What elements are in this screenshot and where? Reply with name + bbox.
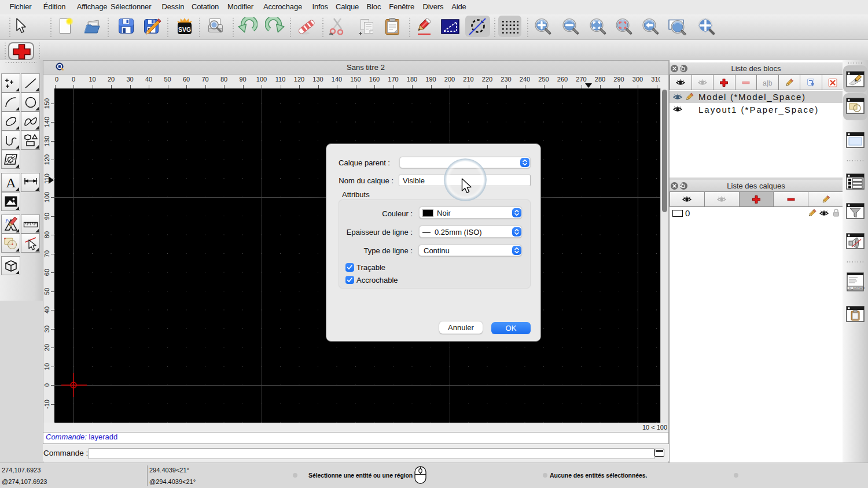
svg-text:A: A — [6, 176, 16, 190]
svg-text:C:_command: C:_command — [849, 287, 865, 290]
svg-text:SVG: SVG — [178, 26, 191, 33]
